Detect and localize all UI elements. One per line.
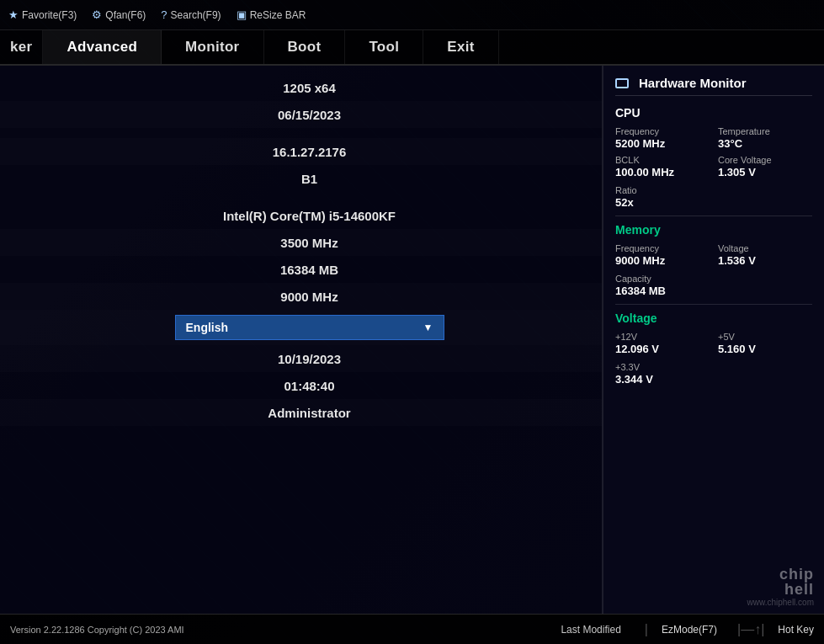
hw-5v: +5V 5.160 V	[718, 332, 812, 355]
language-dropdown[interactable]: English ▼	[175, 315, 444, 340]
favorite-icon: ★	[8, 8, 19, 21]
nav-exit[interactable]: Exit	[423, 30, 498, 64]
toolbar-favorite[interactable]: ★ Favorite(F3)	[8, 8, 77, 21]
hw-cpu-bclk-value: 100.00 MHz	[615, 166, 710, 178]
b1-value: B1	[301, 172, 317, 186]
status-bar: Version 2.22.1286 Copyright (C) 2023 AMI…	[0, 614, 824, 644]
language-dropdown-row: English ▼	[0, 310, 602, 345]
hw-mem-freq: Frequency 9000 MHz	[615, 243, 710, 267]
hotkey-text[interactable]: Hot Key	[778, 624, 814, 636]
hw-5v-label: +5V	[718, 332, 812, 342]
hw-monitor-title: Hardware Monitor	[615, 76, 812, 96]
status-arrow-icon: |—↑|	[737, 622, 764, 637]
hw-mem-volt-value: 1.536 V	[718, 254, 812, 267]
hw-12v: +12V 12.096 V	[615, 332, 710, 355]
info-table: 1205 x64 06/15/2023 16.1.27.2176 B1 Inte…	[0, 66, 602, 434]
bios-date-value: 06/15/2023	[278, 108, 341, 122]
status-divider-icon: |	[645, 622, 648, 637]
admin-value: Administrator	[268, 406, 350, 420]
spacer-1	[0, 128, 602, 138]
hw-cpu-temp-value: 33°C	[718, 137, 812, 150]
info-row-b1: B1	[0, 165, 602, 192]
hw-33v-container: +3.3V 3.344 V	[615, 362, 812, 386]
hw-cpu-freq-label: Frequency	[615, 126, 710, 136]
info-row-bios-version: 1205 x64	[0, 74, 602, 101]
chip-logo-text-bottom: hell	[784, 582, 814, 597]
toolbar-search[interactable]: ? Search(F9)	[161, 8, 221, 21]
hw-mem-cap-container: Capacity 16384 MB	[615, 274, 812, 297]
search-icon: ?	[161, 8, 167, 21]
build-version-value: 16.1.27.2176	[273, 145, 347, 159]
info-row-admin: Administrator	[0, 399, 602, 426]
hw-mem-cap-label: Capacity	[615, 274, 812, 284]
hw-33v-label: +3.3V	[615, 362, 812, 372]
resize-icon: ▣	[237, 8, 247, 21]
time-value: 01:48:40	[284, 379, 334, 393]
nav-boot[interactable]: Boot	[264, 30, 346, 64]
hw-12v-label: +12V	[615, 332, 710, 342]
info-row-date: 10/19/2023	[0, 345, 602, 372]
spacer-2	[0, 192, 602, 202]
monitor-icon	[615, 78, 629, 88]
hw-cpu-temp-label: Temperature	[718, 126, 812, 136]
nav-monitor[interactable]: Monitor	[162, 30, 263, 64]
content-area: 1205 x64 06/15/2023 16.1.27.2176 B1 Inte…	[0, 66, 824, 614]
hw-mem-cap: Capacity 16384 MB	[615, 274, 812, 297]
nav-ker[interactable]: ker	[0, 30, 43, 64]
toolbar-qfan[interactable]: ⚙ Qfan(F6)	[92, 8, 146, 21]
info-row-build-version: 16.1.27.2176	[0, 138, 602, 165]
hw-mem-freq-value: 9000 MHz	[615, 254, 710, 267]
date-value: 10/19/2023	[278, 352, 341, 366]
hw-cpu-ratio-label: Ratio	[615, 185, 812, 195]
hw-cpu-ratio-container: Ratio 52x	[615, 185, 812, 209]
info-row-bios-date: 06/15/2023	[0, 101, 602, 128]
ezmode-text[interactable]: EzMode(F7)	[662, 624, 717, 636]
navbar: ker Advanced Monitor Boot Tool Exit	[0, 30, 824, 66]
bios-version-value: 1205 x64	[283, 81, 336, 95]
toolbar-resize[interactable]: ▣ ReSize BAR	[237, 8, 306, 21]
speed-value: 3500 MHz	[280, 236, 338, 250]
hw-33v-value: 3.344 V	[615, 373, 812, 386]
hw-cpu-grid: Frequency 5200 MHz Temperature 33°C BCLK…	[615, 126, 812, 178]
hw-5v-value: 5.160 V	[718, 343, 812, 355]
toolbar: ★ Favorite(F3) ⚙ Qfan(F6) ? Search(F9) ▣…	[0, 0, 824, 30]
version-text: Version 2.22.1286 Copyright (C) 2023 AMI	[10, 625, 561, 635]
hw-cpu-temp: Temperature 33°C	[718, 126, 812, 150]
hw-cpu-bclk-label: BCLK	[615, 155, 710, 165]
hw-cpu-vcore: Core Voltage 1.305 V	[718, 155, 812, 178]
info-row-mem-speed: 9000 MHz	[0, 283, 602, 310]
hw-divider-1	[615, 216, 812, 216]
hw-mem-volt-label: Voltage	[718, 243, 812, 253]
info-row-time: 01:48:40	[0, 372, 602, 399]
hw-cpu-freq: Frequency 5200 MHz	[615, 126, 710, 150]
hw-mem-grid: Frequency 9000 MHz Voltage 1.536 V	[615, 243, 812, 267]
hw-cpu-vcore-label: Core Voltage	[718, 155, 812, 165]
dropdown-arrow-icon: ▼	[423, 322, 433, 333]
hw-voltage-title: Voltage	[615, 311, 812, 325]
hw-12v-value: 12.096 V	[615, 343, 710, 355]
hw-cpu-bclk: BCLK 100.00 MHz	[615, 155, 710, 178]
mem-value: 16384 MB	[280, 263, 338, 277]
hw-cpu-vcore-value: 1.305 V	[718, 166, 812, 178]
qfan-icon: ⚙	[92, 8, 102, 21]
language-value: English	[186, 321, 229, 334]
hw-mem-freq-label: Frequency	[615, 243, 710, 253]
cpu-value: Intel(R) Core(TM) i5-14600KF	[223, 209, 396, 223]
info-row-speed: 3500 MHz	[0, 229, 602, 256]
hw-cpu-ratio: Ratio 52x	[615, 185, 812, 209]
last-modified-text: Last Modified	[561, 624, 620, 636]
hw-33v: +3.3V 3.344 V	[615, 362, 812, 386]
chip-logo-text-top: chip	[779, 567, 814, 582]
nav-tool[interactable]: Tool	[345, 30, 423, 64]
hw-cpu-title: CPU	[615, 106, 812, 120]
hw-monitor-panel: Hardware Monitor CPU Frequency 5200 MHz …	[603, 66, 824, 614]
watermark: chip hell www.chiphell.com	[747, 567, 814, 607]
nav-advanced[interactable]: Advanced	[43, 30, 162, 64]
hw-divider-2	[615, 304, 812, 305]
info-row-mem: 16384 MB	[0, 256, 602, 283]
chip-logo: chip hell	[747, 567, 814, 597]
info-row-cpu: Intel(R) Core(TM) i5-14600KF	[0, 202, 602, 229]
mem-speed-value: 9000 MHz	[280, 290, 338, 304]
hw-mem-volt: Voltage 1.536 V	[718, 243, 812, 267]
hw-cpu-freq-value: 5200 MHz	[615, 137, 710, 150]
